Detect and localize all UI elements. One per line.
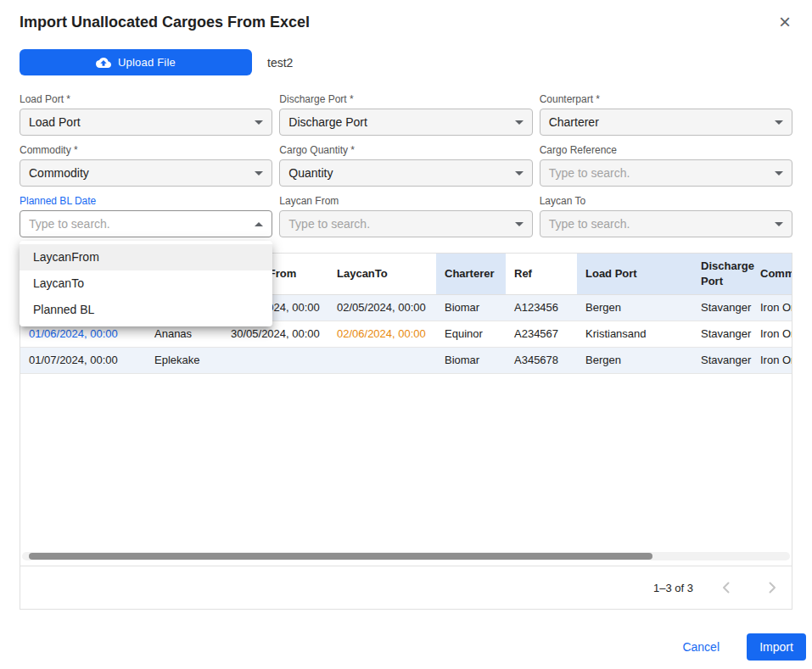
horizontal-scrollbar-track[interactable] bbox=[22, 552, 790, 560]
table-cell: A345678 bbox=[506, 347, 577, 373]
table-cell: Stavanger bbox=[692, 321, 752, 347]
load-port-label: Load Port * bbox=[20, 93, 272, 105]
laycan-from-combobox[interactable]: Type to search. bbox=[279, 210, 532, 237]
laycan-from-label: Laycan From bbox=[279, 195, 532, 207]
table-cell: Iron Ore bbox=[752, 347, 792, 373]
field-cargo-quantity: Cargo Quantity * Quantity bbox=[279, 144, 532, 187]
counterpart-label: Counterpart * bbox=[540, 93, 792, 105]
table-cell bbox=[328, 347, 436, 373]
table-row[interactable]: 01/07/2024, 00:00 Eplekake Biomar A34567… bbox=[20, 347, 792, 373]
dropdown-arrow-up-icon bbox=[255, 222, 263, 226]
field-load-port: Load Port * Load Port bbox=[20, 93, 272, 136]
table-cell: Stavanger bbox=[692, 347, 752, 373]
laycan-from-placeholder: Type to search. bbox=[288, 217, 370, 231]
chevron-left-icon bbox=[716, 577, 736, 598]
planned-bl-date-label: Planned BL Date bbox=[20, 195, 272, 207]
column-header[interactable]: Discharge Port bbox=[692, 254, 752, 294]
table-cell: Bergen bbox=[577, 294, 692, 321]
table-cell: 02/06/2024, 00:00 bbox=[328, 321, 436, 347]
laycan-to-placeholder: Type to search. bbox=[549, 217, 630, 231]
dropdown-arrow-icon bbox=[255, 171, 263, 176]
next-page-button[interactable] bbox=[759, 575, 785, 600]
dialog-footer: Cancel Import bbox=[20, 633, 806, 661]
counterpart-select[interactable]: Charterer bbox=[540, 109, 792, 136]
table-cell: Eplekake bbox=[146, 347, 222, 373]
column-header[interactable]: Commodity bbox=[752, 254, 792, 294]
table-cell: A123456 bbox=[506, 294, 577, 321]
table-cell: Iron Ore bbox=[752, 321, 792, 347]
commodity-label: Commodity * bbox=[20, 144, 272, 156]
cargo-reference-label: Cargo Reference bbox=[540, 144, 792, 156]
field-commodity: Commodity * Commodity bbox=[20, 144, 272, 187]
table-cell: Kristiansand bbox=[577, 321, 692, 347]
menu-option-laycanto[interactable]: LaycanTo bbox=[20, 270, 272, 297]
column-header[interactable]: LaycanTo bbox=[328, 254, 436, 294]
cargo-reference-combobox[interactable]: Type to search. bbox=[540, 159, 792, 187]
close-button[interactable]: × bbox=[777, 12, 792, 32]
discharge-port-label: Discharge Port * bbox=[279, 93, 532, 105]
column-header[interactable]: Ref bbox=[506, 254, 577, 294]
dialog-title: Import Unallocated Cargoes From Excel bbox=[20, 14, 310, 31]
cargo-reference-placeholder: Type to search. bbox=[549, 166, 630, 180]
counterpart-value: Charterer bbox=[549, 115, 599, 129]
dropdown-arrow-icon bbox=[775, 171, 783, 176]
uploaded-file-name: test2 bbox=[267, 56, 293, 70]
dialog-header: Import Unallocated Cargoes From Excel × bbox=[20, 14, 792, 32]
pagination-range-label: 1–3 of 3 bbox=[653, 582, 693, 594]
planned-bl-date-combobox[interactable] bbox=[20, 210, 272, 237]
load-port-select[interactable]: Load Port bbox=[20, 109, 272, 136]
column-header[interactable]: Load Port bbox=[577, 254, 692, 294]
upload-button-label: Upload File bbox=[118, 56, 176, 69]
field-laycan-from: Laycan From Type to search. bbox=[279, 195, 532, 237]
dropdown-arrow-icon bbox=[515, 222, 524, 226]
mapping-fields-grid: Load Port * Load Port Discharge Port * D… bbox=[20, 93, 792, 237]
table-cell: Biomar bbox=[436, 294, 506, 321]
import-button[interactable]: Import bbox=[747, 633, 806, 661]
dropdown-arrow-icon bbox=[255, 120, 263, 125]
upload-file-button[interactable]: Upload File bbox=[20, 49, 252, 75]
table-cell bbox=[222, 347, 328, 373]
planned-bl-date-input[interactable] bbox=[29, 217, 249, 231]
cancel-button[interactable]: Cancel bbox=[677, 639, 725, 655]
field-cargo-reference: Cargo Reference Type to search. bbox=[540, 144, 792, 187]
dropdown-arrow-icon bbox=[775, 120, 783, 125]
table-cell: Equinor bbox=[436, 321, 506, 347]
chevron-right-icon bbox=[762, 577, 782, 598]
table-pagination: 1–3 of 3 bbox=[20, 566, 792, 609]
table-cell: 02/05/2024, 00:00 bbox=[328, 294, 436, 321]
table-cell: 01/07/2024, 00:00 bbox=[20, 347, 146, 373]
close-icon: × bbox=[779, 10, 791, 33]
previous-page-button[interactable] bbox=[714, 575, 739, 600]
table-cell: A234567 bbox=[506, 321, 577, 347]
table-cell: Stavanger bbox=[692, 294, 752, 321]
laycan-to-combobox[interactable]: Type to search. bbox=[540, 210, 792, 237]
upload-row: Upload File test2 bbox=[20, 49, 792, 75]
commodity-value: Commodity bbox=[29, 166, 89, 180]
menu-option-laycanfrom[interactable]: LaycanFrom bbox=[20, 244, 272, 270]
field-planned-bl-date: Planned BL Date LaycanFrom LaycanTo Plan… bbox=[20, 195, 272, 237]
cargo-quantity-label: Cargo Quantity * bbox=[279, 144, 532, 156]
discharge-port-select[interactable]: Discharge Port bbox=[279, 109, 532, 136]
cargo-quantity-value: Quantity bbox=[288, 166, 333, 180]
dropdown-arrow-icon bbox=[775, 222, 783, 226]
dropdown-arrow-icon bbox=[515, 171, 524, 176]
load-port-value: Load Port bbox=[29, 115, 81, 129]
menu-option-planned-bl[interactable]: Planned BL bbox=[20, 297, 272, 323]
table-cell: Iron Ore bbox=[752, 294, 792, 321]
field-counterpart: Counterpart * Charterer bbox=[540, 93, 792, 136]
column-options-menu: LaycanFrom LaycanTo Planned BL bbox=[20, 241, 272, 326]
field-discharge-port: Discharge Port * Discharge Port bbox=[279, 93, 532, 136]
discharge-port-value: Discharge Port bbox=[288, 115, 367, 129]
import-cargoes-dialog: Import Unallocated Cargoes From Excel × … bbox=[0, 0, 812, 669]
dropdown-arrow-icon bbox=[515, 120, 524, 125]
laycan-to-label: Laycan To bbox=[540, 195, 792, 207]
column-header[interactable]: Charterer bbox=[436, 254, 506, 294]
cargo-quantity-select[interactable]: Quantity bbox=[279, 159, 532, 187]
table-cell: Biomar bbox=[436, 347, 506, 373]
table-cell: Bergen bbox=[577, 347, 692, 373]
commodity-select[interactable]: Commodity bbox=[20, 159, 272, 187]
horizontal-scrollbar-thumb[interactable] bbox=[29, 553, 652, 560]
cloud-upload-icon bbox=[96, 55, 111, 70]
field-laycan-to: Laycan To Type to search. bbox=[540, 195, 792, 237]
